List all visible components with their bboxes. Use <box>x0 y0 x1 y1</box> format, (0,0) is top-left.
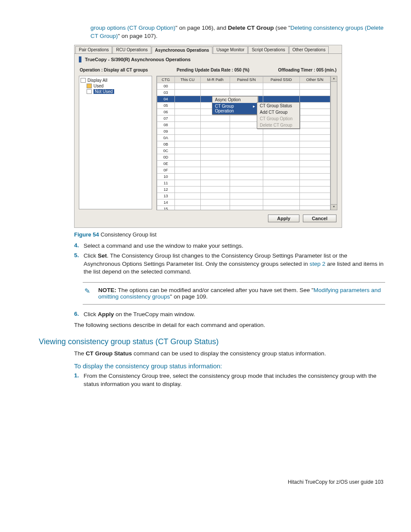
folder-icon <box>81 78 86 83</box>
panel-title: TrueCopy - S/390(R) Asynchronous Operati… <box>75 54 342 65</box>
subsection-heading: To display the consistency group status … <box>74 362 385 370</box>
col-mrpath: M-R Path <box>201 76 230 83</box>
ctgroup-grid[interactable]: CTG This CU M-R Path Paired S/N Paired S… <box>156 76 331 210</box>
folder-used-icon <box>87 84 92 88</box>
scroll-up-icon[interactable]: ▴ <box>331 76 337 82</box>
submenu-ctgroup-option: CT Group Option <box>257 115 299 122</box>
trailing-paragraph: The following sections describe in detai… <box>74 321 385 330</box>
tab-other-operations[interactable]: Other Operations <box>289 46 329 53</box>
step-5: 5. Click Set. The Consistency Group list… <box>74 252 385 277</box>
chevron-right-icon: ▸ <box>253 104 255 113</box>
col-ctg: CTG <box>157 76 175 83</box>
consistency-group-tree[interactable]: Display All Used Not Used <box>79 76 152 209</box>
step-6: 6. Click Apply on the TrueCopy main wind… <box>74 311 385 319</box>
tab-rcu-operations[interactable]: RCU Operations <box>112 46 151 53</box>
title-bar-icon <box>79 56 81 62</box>
col-thiscu: This CU <box>174 76 200 83</box>
intro-paragraph: group options (CT Group Option)" on page… <box>90 24 385 40</box>
page-footer: Hitachi TrueCopy for z/OS user guide 103 <box>39 479 385 485</box>
col-pairedssid: Paired SSID <box>263 76 299 83</box>
screenshot-consistency-group: Pair Operations RCU Operations Asynchron… <box>74 45 342 228</box>
menu-async-option[interactable]: Async Option <box>212 96 258 103</box>
apply-button[interactable]: Apply <box>268 215 299 222</box>
tab-async-operations[interactable]: Asynchronous Operations <box>152 47 213 54</box>
link-step2[interactable]: step 2 <box>310 261 326 267</box>
section-intro: The CT Group Status command can be used … <box>74 350 385 358</box>
figure-caption: Figure 54 Consistency Group list <box>74 231 385 238</box>
menu-ctgroup-operation[interactable]: CT Group Operation▸ <box>212 103 258 114</box>
submenu-delete-ctgroup: Delete CT Group <box>257 122 299 128</box>
submenu-add-ctgroup[interactable]: Add CT Group <box>257 109 299 115</box>
col-pairedsn: Paired S/N <box>230 76 263 83</box>
tab-pair-operations[interactable]: Pair Operations <box>75 46 112 53</box>
operation-row: Operation : Display all CT groups Pendin… <box>79 66 337 76</box>
submenu-ctgroup-status[interactable]: CT Group Status <box>257 103 299 109</box>
cancel-button[interactable]: Cancel <box>303 215 336 222</box>
note-box: ✎ NOTE: The options can be modified and/… <box>83 282 385 305</box>
substep-1: 1. From the Consistency Group tree, sele… <box>74 372 385 389</box>
col-othersn: Other S/N <box>299 76 330 83</box>
context-menu[interactable]: Async Option CT Group Operation▸ <box>212 96 258 115</box>
tab-bar: Pair Operations RCU Operations Asynchron… <box>75 45 342 54</box>
link-ctgroup-option[interactable]: group options (CT Group Option) <box>90 25 175 31</box>
scroll-down-icon[interactable]: ▾ <box>331 204 337 210</box>
context-submenu[interactable]: CT Group Status Add CT Group CT Group Op… <box>257 102 300 129</box>
folder-notused-icon <box>87 89 92 94</box>
tab-script-operations[interactable]: Script Operations <box>248 46 288 53</box>
grid-scrollbar[interactable]: ▴ ▾ <box>331 76 337 210</box>
section-heading: Viewing consistency group status (CT Gro… <box>39 337 385 346</box>
note-icon: ✎ <box>84 287 94 300</box>
step-4: 4. Select a command and use the window t… <box>74 242 385 250</box>
tab-usage-monitor[interactable]: Usage Monitor <box>213 46 248 53</box>
